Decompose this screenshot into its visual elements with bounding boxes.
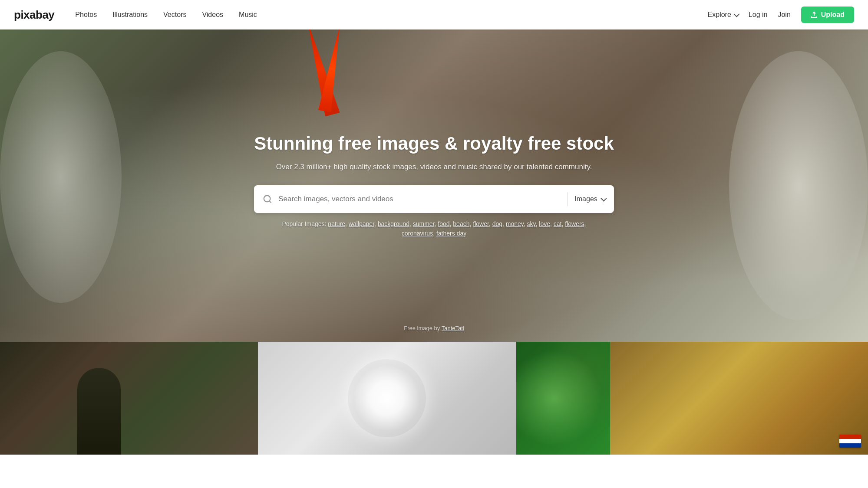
hero-content: Stunning free images & royalty free stoc… xyxy=(245,133,623,238)
search-type-button[interactable]: Images xyxy=(574,195,605,203)
chevron-down-icon xyxy=(733,11,739,17)
dandelion-visual xyxy=(348,359,426,437)
search-bar: Images xyxy=(254,185,614,213)
thumbnail-grid xyxy=(0,342,868,455)
thumbnail-4[interactable] xyxy=(610,342,868,455)
thumbnail-1[interactable] xyxy=(0,342,258,455)
svg-point-0 xyxy=(264,196,271,202)
flag-blue-stripe xyxy=(839,443,861,448)
upload-button[interactable]: Upload xyxy=(801,7,854,23)
search-container: Images Popular Images: nature, wallpaper… xyxy=(254,185,614,239)
explore-button[interactable]: Explore xyxy=(708,11,738,19)
tag-money[interactable]: money xyxy=(506,220,524,227)
nav-item-vectors[interactable]: Vectors xyxy=(163,11,186,19)
upload-icon xyxy=(811,11,818,18)
image-credit: Free image by TanteTati xyxy=(404,325,464,331)
search-input[interactable] xyxy=(278,195,560,203)
tag-cat[interactable]: cat xyxy=(554,220,562,227)
tag-coronavirus[interactable]: coronavirus xyxy=(402,230,433,237)
join-button[interactable]: Join xyxy=(778,11,790,19)
flag-overlay xyxy=(839,435,861,448)
site-header: pixabay Photos Illustrations Vectors Vid… xyxy=(0,0,868,29)
hero-subtitle: Over 2.3 million+ high quality stock ima… xyxy=(254,163,614,171)
search-icon-wrap xyxy=(263,194,272,204)
nav-item-music[interactable]: Music xyxy=(239,11,257,19)
popular-label: Popular Images: xyxy=(282,220,327,227)
main-nav: Photos Illustrations Vectors Videos Musi… xyxy=(75,11,707,19)
header-actions: Explore Log in Join Upload xyxy=(708,7,854,23)
hero-title: Stunning free images & royalty free stoc… xyxy=(254,133,614,154)
tag-dog[interactable]: dog xyxy=(492,220,502,227)
svg-line-1 xyxy=(269,201,271,203)
tag-nature[interactable]: nature xyxy=(328,220,345,227)
flag-white-stripe xyxy=(839,439,861,443)
tag-flowers[interactable]: flowers xyxy=(565,220,584,227)
nav-item-videos[interactable]: Videos xyxy=(202,11,223,19)
dandelion-content xyxy=(258,342,516,455)
tag-love[interactable]: love xyxy=(539,220,550,227)
search-type-chevron-icon xyxy=(601,195,607,201)
tag-flower[interactable]: flower xyxy=(473,220,489,227)
petal-right-decoration xyxy=(729,51,868,320)
tag-wallpaper[interactable]: wallpaper xyxy=(349,220,374,227)
nav-item-illustrations[interactable]: Illustrations xyxy=(112,11,148,19)
flag-red-stripe xyxy=(839,435,861,439)
thumbnail-2[interactable] xyxy=(258,342,516,455)
nav-item-photos[interactable]: Photos xyxy=(75,11,97,19)
thumbnail-3[interactable] xyxy=(516,342,610,455)
tag-food[interactable]: food xyxy=(438,220,449,227)
login-button[interactable]: Log in xyxy=(749,11,768,19)
leaves-content xyxy=(516,342,610,455)
credit-author-link[interactable]: TanteTati xyxy=(442,325,464,331)
search-icon xyxy=(263,194,272,204)
tag-fathers-day[interactable]: fathers day xyxy=(436,230,466,237)
tag-sky[interactable]: sky xyxy=(527,220,536,227)
petal-left-decoration xyxy=(0,51,122,303)
tag-beach[interactable]: beach xyxy=(453,220,469,227)
hero-section: Stunning free images & royalty free stoc… xyxy=(0,29,868,342)
tag-background[interactable]: background xyxy=(378,220,409,227)
popular-tags: Popular Images: nature, wallpaper, backg… xyxy=(254,219,614,239)
search-divider xyxy=(567,192,568,206)
logo[interactable]: pixabay xyxy=(14,8,54,22)
tag-summer[interactable]: summer xyxy=(413,220,435,227)
